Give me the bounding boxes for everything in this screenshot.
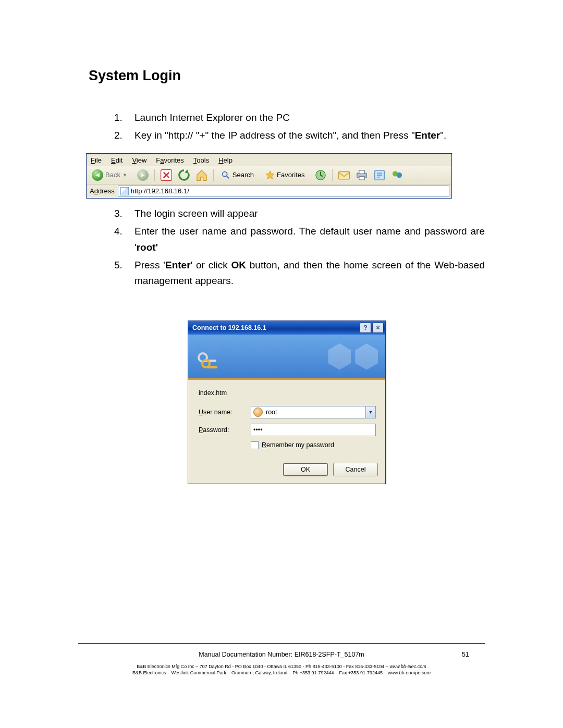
search-button[interactable]: Search	[218, 169, 259, 181]
footer-url-1: www.bb-elec.com	[389, 664, 426, 669]
forward-icon: ►	[137, 169, 149, 181]
messenger-button[interactable]	[390, 168, 405, 182]
cancel-button[interactable]: Cancel	[333, 463, 378, 476]
address-value: http://192.168.16.1/	[131, 187, 189, 195]
step-5-ok: OK	[231, 260, 246, 270]
address-label: AddressAddress	[89, 187, 116, 195]
separator-icon	[213, 169, 214, 181]
menu-view[interactable]: ViewView	[132, 156, 146, 164]
history-icon	[314, 168, 327, 182]
step-4: Enter the user name and password. The de…	[125, 224, 485, 255]
step-4-text-a: Enter the user name and password. The de…	[134, 226, 485, 252]
cancel-label: Cancel	[346, 466, 366, 473]
svg-point-9	[396, 172, 401, 178]
banner-decoration: ⬢⬢	[326, 338, 380, 374]
remember-label[interactable]: Remember my passwordRemember my password	[262, 441, 334, 449]
step-1-text: Launch Internet Explorer on the PC	[134, 112, 290, 123]
stop-button[interactable]	[159, 168, 174, 182]
username-value: root	[266, 409, 277, 416]
ie-toolbar: FFileile EditEdit ViewView FavoritesFavo…	[86, 153, 452, 199]
search-icon	[221, 170, 230, 180]
remember-checkbox[interactable]	[251, 441, 259, 449]
step-3: The login screen will appear	[125, 206, 485, 221]
address-input[interactable]: http://192.168.16.1/	[118, 186, 449, 197]
refresh-icon	[177, 168, 191, 182]
step-2-text-c: ".	[440, 130, 446, 141]
ok-button[interactable]: OK	[283, 463, 328, 476]
separator-icon	[154, 169, 155, 181]
forward-button[interactable]: ►	[136, 168, 150, 182]
dialog-banner: ⬢⬢	[188, 335, 385, 380]
realm-text: index.htm	[199, 389, 376, 397]
messenger-icon	[390, 168, 404, 182]
menu-tools[interactable]: ToolsTools	[193, 156, 209, 164]
mail-icon	[337, 168, 351, 182]
dialog-body: index.htm User name:User name: root ▼ Pa…	[188, 380, 385, 453]
edit-button[interactable]	[372, 168, 387, 182]
svg-rect-6	[359, 176, 364, 180]
remember-row: Remember my passwordRemember my password	[251, 441, 376, 449]
svg-rect-13	[208, 366, 217, 368]
favorites-label: Favorites	[277, 171, 304, 179]
step-2: Key in "http:// "+" the IP address of th…	[125, 128, 485, 143]
ie-button-bar: ◄ Back ▼ ► Search Favorites	[87, 166, 451, 184]
step-5-enter: Enter	[165, 260, 191, 270]
menu-file[interactable]: FFileile	[91, 156, 102, 164]
favorites-button[interactable]: Favorites	[262, 169, 310, 181]
keys-icon	[195, 350, 218, 373]
back-icon: ◄	[92, 169, 103, 181]
search-label: Search	[232, 171, 254, 179]
separator-icon	[332, 169, 333, 181]
page-footer: Manual Documentation Number: EIR618-2SFP…	[78, 639, 485, 676]
page-heading: System Login	[89, 68, 485, 84]
edit-icon	[373, 168, 386, 182]
doc-number: Manual Documentation Number: EIR618-2SFP…	[199, 651, 364, 658]
dialog-buttons: OK Cancel	[188, 453, 385, 484]
page-icon	[120, 187, 129, 195]
stop-icon	[160, 168, 173, 182]
step-2-text-a: Key in "http:// "+" the IP address of th…	[134, 130, 415, 141]
close-button[interactable]: ×	[372, 323, 384, 333]
home-button[interactable]	[194, 168, 209, 182]
footer-url-2: www.bb-europe.com	[388, 670, 431, 675]
back-button[interactable]: ◄ Back ▼	[89, 168, 132, 182]
step-5: Press 'Enter' or click OK button, and th…	[125, 257, 485, 289]
login-dialog: Connect to 192.168.16.1 ? × ⬢⬢	[188, 320, 386, 484]
footer-fine-print: B&B Electronics Mfg Co Inc – 707 Dayton …	[78, 663, 485, 676]
menu-help[interactable]: HelpHelp	[218, 156, 232, 164]
dialog-title: Connect to 192.168.16.1	[192, 324, 266, 331]
page-number: 51	[364, 651, 469, 658]
password-value: ••••	[253, 426, 263, 434]
menu-edit[interactable]: EditEdit	[111, 156, 123, 164]
chevron-down-icon: ▼	[123, 172, 127, 178]
home-icon	[195, 168, 209, 182]
footer-rule	[78, 643, 485, 644]
password-input[interactable]: ••••	[251, 424, 376, 436]
user-icon	[253, 408, 263, 417]
username-input[interactable]: root ▼	[251, 406, 376, 418]
print-button[interactable]	[354, 168, 369, 182]
ie-menu-bar: FFileile EditEdit ViewView FavoritesFavo…	[87, 154, 451, 166]
step-4-root: root'	[137, 242, 158, 253]
dialog-title-bar: Connect to 192.168.16.1 ? ×	[188, 321, 385, 335]
history-button[interactable]	[313, 168, 328, 182]
svg-point-1	[223, 171, 227, 176]
password-label: Password:Password:	[199, 426, 251, 434]
print-icon	[355, 168, 369, 182]
svg-rect-3	[338, 171, 349, 179]
steps-list-cont: The login screen will appear Enter the u…	[89, 206, 485, 289]
refresh-button[interactable]	[177, 168, 191, 182]
address-bar: AddressAddress http://192.168.16.1/	[87, 184, 451, 198]
step-1: Launch Internet Explorer on the PC	[125, 110, 485, 126]
ok-label: OK	[301, 466, 310, 473]
help-button[interactable]: ?	[360, 323, 371, 333]
chevron-down-icon[interactable]: ▼	[365, 406, 375, 418]
footer-line2a: B&B Electronics – Westlink Commercial Pa…	[132, 670, 388, 675]
step-3-text: The login screen will appear	[134, 208, 258, 219]
mail-button[interactable]	[337, 168, 351, 182]
step-5-text-a: Press '	[134, 260, 165, 270]
svg-rect-5	[359, 170, 364, 174]
menu-favorites[interactable]: FavoritesFavorites	[156, 156, 183, 164]
username-label: User name:User name:	[199, 409, 251, 416]
star-icon	[265, 170, 275, 180]
